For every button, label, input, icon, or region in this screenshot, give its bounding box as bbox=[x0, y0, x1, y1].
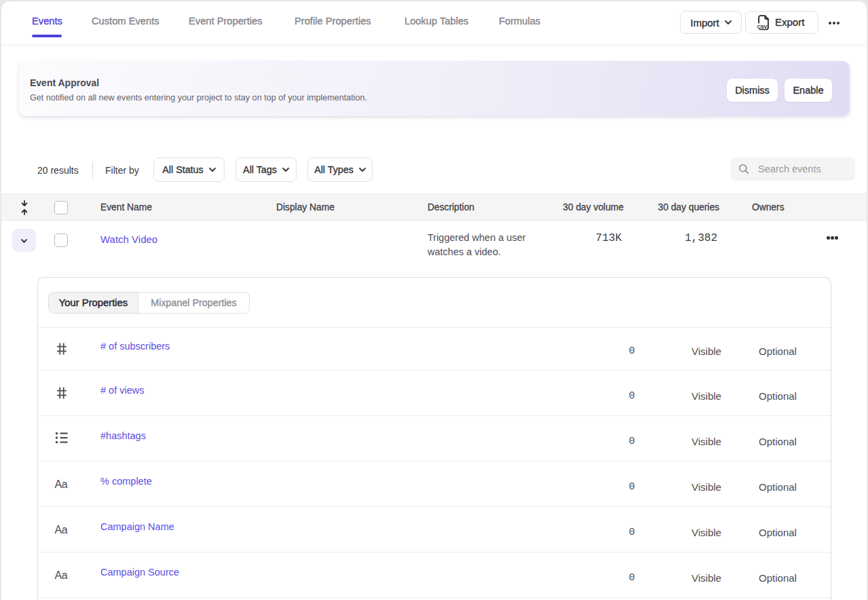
svg-text:CSV: CSV bbox=[757, 24, 768, 30]
